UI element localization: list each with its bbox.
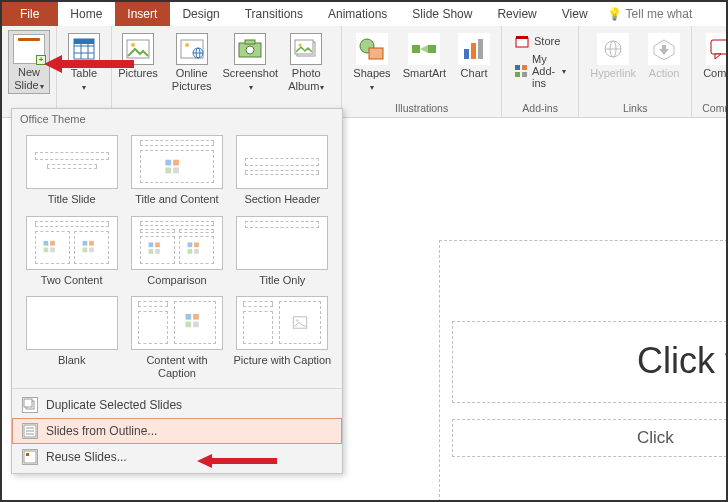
svg-rect-63 [185,322,191,328]
tab-slideshow[interactable]: Slide Show [400,2,485,26]
svg-rect-39 [711,40,728,54]
svg-rect-48 [50,247,55,252]
tab-animations[interactable]: Animations [316,2,400,26]
screenshot-icon [237,39,263,59]
layout-two-content[interactable]: Two Content [20,212,123,291]
layout-label: Title Slide [48,193,96,206]
smartart-icon [410,37,438,61]
svg-rect-32 [515,72,520,77]
hyperlink-button[interactable]: Hyperlink [585,30,641,83]
content-icon [141,151,213,182]
pictures-button[interactable]: Pictures [118,30,158,83]
layout-label: Title Only [259,274,305,287]
svg-point-15 [246,46,254,54]
svg-rect-54 [155,242,160,247]
photo-album-button[interactable]: Photo Album▾ [277,30,335,95]
tab-file[interactable]: File [2,2,58,26]
outline-icon [22,423,38,439]
table-icon [72,37,96,61]
table-label: Table [71,67,97,79]
new-slide-button[interactable]: + New Slide▾ [8,30,50,94]
svg-rect-53 [149,242,154,247]
slide-canvas: Click t Click [439,240,728,502]
tab-home[interactable]: Home [58,2,115,26]
slides-from-outline[interactable]: Slides from Outline... [12,418,342,444]
svg-marker-38 [659,45,669,55]
store-icon [514,33,530,49]
store-button[interactable]: Store [512,32,568,50]
svg-marker-40 [715,54,721,59]
layout-title-only[interactable]: Title Only [231,212,334,291]
svg-rect-68 [24,399,32,407]
online-pictures-button[interactable]: Online Pictures [160,30,223,95]
shapes-button[interactable]: Shapes▾ [348,30,395,95]
content-icon [141,237,174,263]
svg-rect-46 [50,241,55,246]
layout-blank[interactable]: Blank [20,292,123,383]
reuse-slides[interactable]: Reuse Slides... [12,444,342,470]
layout-title-slide[interactable]: Title Slide [20,131,123,210]
layout-title-content[interactable]: Title and Content [125,131,228,210]
svg-rect-50 [89,241,94,246]
action-icon [652,38,676,60]
svg-rect-22 [412,45,420,53]
layout-label: Blank [58,354,86,367]
pictures-icon [126,39,150,59]
group-links-label: Links [585,102,685,116]
subtitle-placeholder[interactable]: Click [452,419,727,457]
tab-review[interactable]: Review [485,2,549,26]
tab-design[interactable]: Design [170,2,232,26]
chart-button[interactable]: Chart [453,30,495,83]
action-button[interactable]: Action [643,30,685,83]
svg-rect-18 [295,40,313,54]
svg-rect-43 [165,167,171,173]
svg-point-10 [185,43,189,47]
shapes-label: Shapes [353,67,390,79]
layout-comparison[interactable]: Comparison [125,212,228,291]
online-pictures-label: Online Pictures [165,67,218,92]
svg-rect-21 [369,48,383,59]
duplicate-label: Duplicate Selected Slides [46,398,182,412]
svg-rect-65 [294,317,307,328]
svg-rect-51 [82,247,87,252]
svg-rect-30 [515,65,520,70]
svg-rect-29 [516,36,528,39]
tab-view[interactable]: View [550,2,601,26]
svg-rect-47 [43,247,48,252]
online-pictures-icon [180,39,204,59]
svg-rect-6 [74,39,94,44]
svg-rect-52 [89,247,94,252]
screenshot-button[interactable]: Screenshot▾ [225,30,275,95]
svg-rect-49 [82,241,87,246]
bulb-icon: 💡 [607,7,622,21]
tab-insert[interactable]: Insert [115,2,170,26]
addins-icon [514,63,528,79]
table-button[interactable]: Table▾ [63,30,105,95]
my-addins-button[interactable]: My Add-ins ▾ [512,52,568,90]
chart-label: Chart [461,67,488,80]
tell-me-label: Tell me what [626,7,693,21]
store-label: Store [534,35,560,47]
svg-rect-55 [149,249,154,254]
smartart-button[interactable]: SmartArt [398,30,451,83]
svg-rect-74 [26,453,29,456]
group-comment-label: Commer [698,102,728,116]
svg-rect-62 [193,314,199,320]
svg-rect-31 [522,65,527,70]
comment-button[interactable]: Comme [698,30,728,83]
group-addins-label: Add-ins [508,102,572,116]
layout-content-caption[interactable]: Content with Caption [125,292,228,383]
new-slide-dropdown: Office Theme Title Slide Title and Conte… [11,108,343,474]
content-icon [75,232,108,263]
tab-bar: File Home Insert Design Transitions Anim… [2,2,726,26]
title-placeholder[interactable]: Click t [452,321,727,403]
dropdown-title: Office Theme [12,109,342,129]
layout-picture-caption[interactable]: Picture with Caption [231,292,334,383]
svg-rect-44 [173,167,179,173]
tell-me[interactable]: 💡 Tell me what [601,2,699,26]
layout-section-header[interactable]: Section Header [231,131,334,210]
tab-transitions[interactable]: Transitions [233,2,316,26]
duplicate-slides[interactable]: Duplicate Selected Slides [12,392,342,418]
svg-rect-7 [127,40,149,58]
outline-label: Slides from Outline... [46,424,157,438]
